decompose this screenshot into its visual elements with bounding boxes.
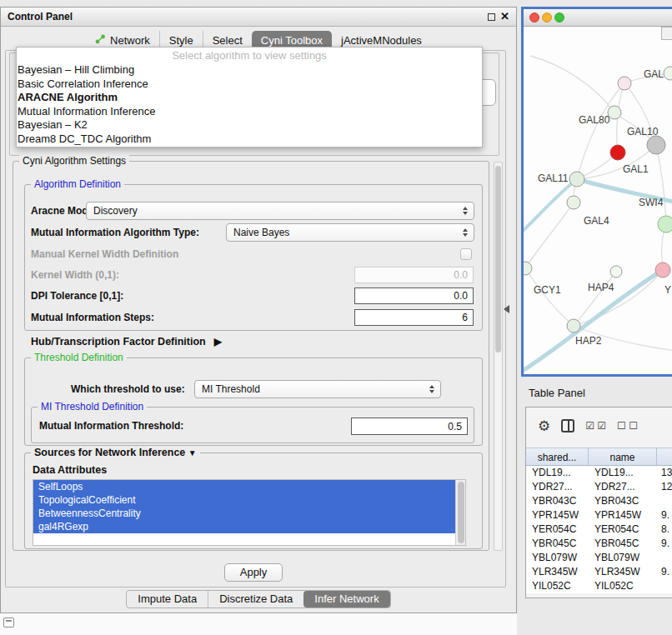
groupbox-legend: Algorithm Definition <box>31 178 124 190</box>
network-node-gray-hub[interactable] <box>647 136 665 154</box>
column-header-name[interactable]: name <box>589 448 657 465</box>
table-row[interactable]: YBL079WYBL079W <box>526 551 672 565</box>
dropdown-option-mutual-information[interactable]: Mutual Information Inference <box>17 105 482 119</box>
network-svg: GALGAL80GAL10GAL11GAL1SWI4GAL4GCY1HAP4YH… <box>524 27 672 374</box>
network-window-titlebar[interactable] <box>524 9 672 27</box>
network-node-label: GCY1 <box>534 284 561 296</box>
close-icon[interactable]: ✕ <box>500 10 509 22</box>
dropdown-option-aracne[interactable]: ARACNE Algorithm <box>17 91 482 105</box>
network-node-center[interactable] <box>610 266 622 278</box>
network-node-gal4[interactable] <box>567 196 580 209</box>
settings-scrollbar[interactable] <box>494 162 503 551</box>
kernel-width-label: Kernel Width (0,1): <box>31 266 119 284</box>
expand-right-icon: ▶ <box>214 336 222 348</box>
table-row[interactable]: YPR145WYPR145W9. <box>526 508 672 522</box>
minimize-traffic-light-icon[interactable] <box>542 12 552 22</box>
bottom-strip <box>0 613 517 635</box>
network-edge[interactable] <box>525 202 574 268</box>
columns-icon[interactable] <box>561 419 574 432</box>
table-panel-title: Table Panel <box>529 387 585 399</box>
table-row[interactable]: YER054CYER054C8. <box>526 522 672 537</box>
gear-icon[interactable]: ⚙ <box>538 419 550 433</box>
deselect-all-icon[interactable]: ☐ ☐ <box>617 420 638 432</box>
mi-steps-field[interactable] <box>354 309 474 326</box>
bottom-tab-bar: Impute Data Discretize Data Infer Networ… <box>1 590 516 608</box>
groupbox-legend: Threshold Definition <box>31 352 127 363</box>
network-node-label: GAL <box>644 68 664 80</box>
table-row[interactable]: YLR345WYLR345W9. <box>526 565 672 579</box>
network-edge[interactable] <box>656 145 666 224</box>
list-item-betweennesscentrality[interactable]: BetweennessCentrality <box>33 507 455 520</box>
stepper-icon <box>463 228 468 237</box>
column-header-shared-name[interactable]: shared... <box>526 448 589 465</box>
dropdown-placeholder: Select algorithm to view settings <box>17 48 482 63</box>
table-row[interactable]: YDR27...YDR27...12 <box>526 480 672 494</box>
network-node-right-green[interactable] <box>658 216 672 232</box>
network-node-gal10[interactable] <box>610 145 625 160</box>
aracne-mode-select[interactable]: Discovery <box>86 202 474 220</box>
network-node-top-pink[interactable] <box>618 77 631 90</box>
dropdown-option-dream8[interactable]: Dream8 DC_TDC Algorithm <box>17 132 482 147</box>
list-scrollbar-thumb[interactable] <box>458 482 464 543</box>
table-row[interactable]: YBR045CYBR045C9. <box>526 537 672 551</box>
network-edge[interactable] <box>530 56 614 112</box>
network-node-label: GAL4 <box>584 215 609 227</box>
dropdown-option-bayesian-k2[interactable]: Bayesian – K2 <box>17 118 482 132</box>
zoom-traffic-light-icon[interactable] <box>554 12 564 22</box>
canvas-scrollbar-fragment[interactable] <box>661 27 672 40</box>
stepper-icon <box>429 385 434 393</box>
close-traffic-light-icon[interactable] <box>529 12 539 22</box>
mi-threshold-field[interactable] <box>351 418 468 435</box>
tab-discretize-data[interactable]: Discretize Data <box>208 591 303 608</box>
manual-kernel-label: Manual Kernel Width Definition <box>31 248 178 261</box>
table-row[interactable]: YBR043CYBR043C <box>526 494 672 508</box>
network-node-label: GAL10 <box>627 126 659 138</box>
control-panel-window: Control Panel ✕ Network Style Select Cyn… <box>0 7 517 613</box>
settings-scrollbar-thumb[interactable] <box>495 166 501 352</box>
dropdown-option-bayesian-hill-climbing[interactable]: Bayesian – Hill Climbing <box>17 63 482 78</box>
network-node-top-right[interactable] <box>664 67 672 80</box>
node-table: shared... name YDL19...YDL19...13 YDR27.… <box>526 448 672 593</box>
panel-splitter-arrow-icon[interactable] <box>504 305 509 313</box>
table-row[interactable]: YIL052CYIL052C <box>526 579 672 593</box>
network-edge[interactable] <box>525 268 574 326</box>
mi-type-select[interactable]: Naive Bayes <box>226 223 474 242</box>
network-node-label: GAL1 <box>623 163 649 175</box>
network-node-right-pink[interactable] <box>655 262 670 278</box>
column-header-clipped[interactable] <box>657 448 672 465</box>
control-panel-titlebar[interactable]: Control Panel ✕ <box>1 8 516 27</box>
groupbox-legend: MI Threshold Definition <box>38 401 147 412</box>
dropdown-option-basic-correlation[interactable]: Basic Correlation Inference <box>17 78 482 92</box>
sources-toggle[interactable]: Sources for Network Inference ▼ <box>31 447 200 458</box>
hub-definition-toggle[interactable]: Hub/Transcription Factor Definition ▶ <box>31 336 222 348</box>
list-item-topologicalcoefficient[interactable]: TopologicalCoefficient <box>33 493 455 507</box>
tab-impute-data[interactable]: Impute Data <box>127 591 208 608</box>
mi-threshold-label: Mutual Information Threshold: <box>39 418 183 435</box>
tab-infer-network[interactable]: Infer Network <box>303 591 389 608</box>
list-item-selfloops[interactable]: SelfLoops <box>33 480 455 493</box>
network-node-hap2[interactable] <box>567 319 580 332</box>
network-node-label: HAP2 <box>575 335 602 347</box>
float-window-icon[interactable] <box>488 13 495 21</box>
which-threshold-select[interactable]: MI Threshold <box>194 380 441 398</box>
network-node-gcy1[interactable] <box>524 262 532 275</box>
dpi-tolerance-field[interactable] <box>354 288 474 304</box>
list-scrollbar[interactable] <box>455 480 465 545</box>
restore-window-icon[interactable] <box>3 618 14 628</box>
list-item-gal4rgexp[interactable]: gal4RGexp <box>33 520 455 533</box>
apply-button[interactable]: Apply <box>224 563 283 582</box>
network-canvas[interactable]: GALGAL80GAL10GAL11GAL1SWI4GAL4GCY1HAP4YH… <box>524 27 672 374</box>
kernel-width-field[interactable] <box>354 267 474 283</box>
which-threshold-label: Which threshold to use: <box>71 380 185 398</box>
network-node-label: Y <box>664 284 671 296</box>
data-attributes-label: Data Attributes <box>33 464 107 476</box>
select-all-icon[interactable]: ☑ ☑ <box>585 420 606 432</box>
table-row[interactable]: YDL19...YDL19...13 <box>526 466 672 480</box>
groupbox-legend: Cyni Algorithm Settings <box>19 155 129 167</box>
manual-kernel-checkbox[interactable] <box>460 248 472 260</box>
network-node-gal80[interactable] <box>608 106 621 119</box>
sources-legend-label: Sources for Network Inference <box>34 447 185 458</box>
aracne-mode-value: Discovery <box>93 205 138 217</box>
network-edge[interactable] <box>577 83 624 179</box>
network-node-gal11[interactable] <box>569 172 584 187</box>
